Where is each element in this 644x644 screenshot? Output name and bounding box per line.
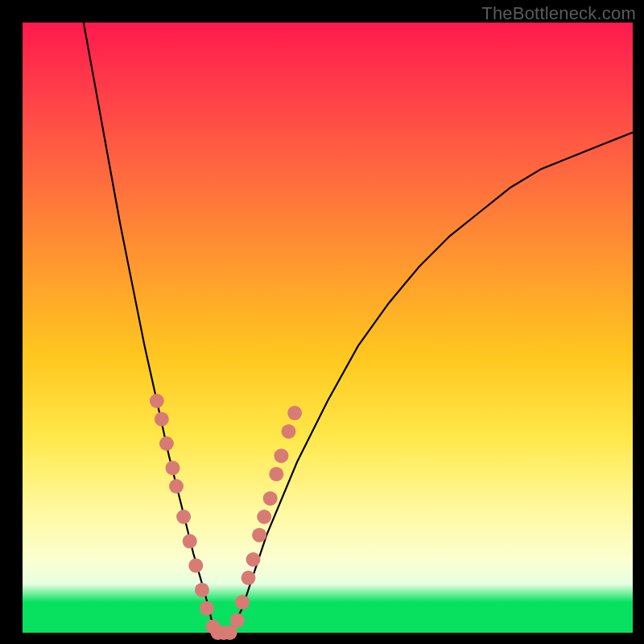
highlight-dot [235,595,250,609]
chart-frame: TheBottleneck.com [0,0,644,644]
highlight-dot [257,510,271,524]
highlight-dot [159,436,174,451]
chart-svg [23,23,633,633]
highlight-dot [287,406,302,420]
highlight-dot [246,552,261,567]
highlight-dot [269,467,283,481]
highlight-dot [176,510,191,524]
highlight-dot [188,559,203,573]
highlight-dot [282,424,296,439]
highlight-dot [183,534,197,548]
highlight-dot [169,479,184,493]
highlight-dot [166,460,180,475]
watermark-text: TheBottleneck.com [481,3,636,24]
bottleneck-curve [84,23,633,633]
highlight-dot [155,412,169,427]
highlight-dot [195,583,209,597]
highlight-dot [150,394,164,408]
highlight-dot [242,571,256,585]
highlight-dot [223,625,237,640]
plot-area [23,23,633,633]
highlight-dot [230,613,245,628]
highlight-dot [252,528,266,543]
highlight-dot [263,491,278,506]
highlight-dot [274,448,288,463]
marker-layer [150,394,302,640]
curve-layer [84,23,633,633]
highlight-dot [200,601,214,616]
